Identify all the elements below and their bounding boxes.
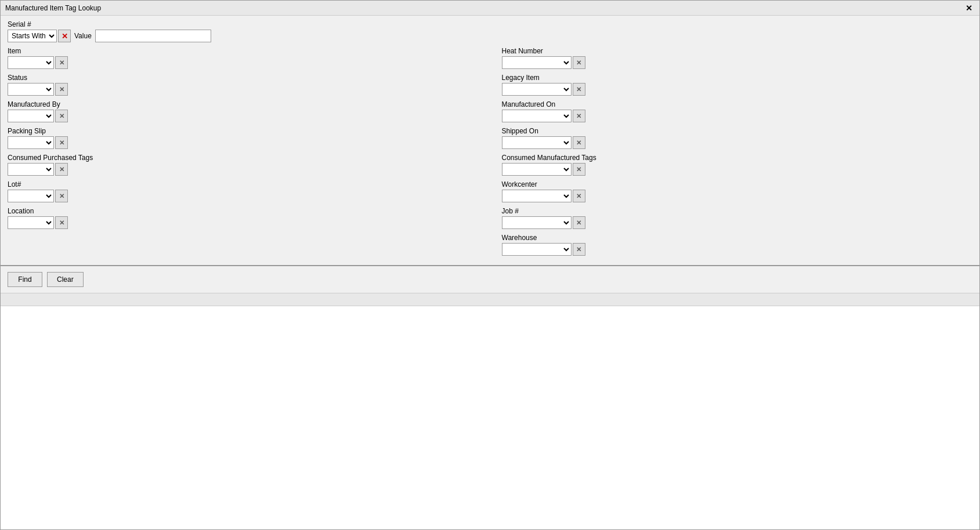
job-label: Job # bbox=[502, 207, 973, 215]
consumed-purchased-tags-clear-button[interactable]: ✕ bbox=[55, 163, 68, 176]
close-button[interactable]: ✕ bbox=[963, 3, 975, 13]
legacy-item-field: Legacy Item ✕ bbox=[502, 74, 973, 96]
legacy-item-row: ✕ bbox=[502, 83, 973, 96]
location-label: Location bbox=[8, 207, 479, 215]
results-header bbox=[1, 293, 979, 306]
workcenter-row: ✕ bbox=[502, 190, 973, 202]
filter-grid: Item ✕ Status ✕ Manufactured By bbox=[8, 47, 972, 260]
window-title: Manufactured Item Tag Lookup bbox=[5, 4, 101, 12]
workcenter-field: Workcenter ✕ bbox=[502, 180, 973, 202]
right-column: Heat Number ✕ Legacy Item ✕ Manu bbox=[502, 47, 973, 260]
manufactured-on-clear-button[interactable]: ✕ bbox=[573, 110, 585, 122]
shipped-on-row: ✕ bbox=[502, 136, 973, 149]
shipped-on-dropdown[interactable] bbox=[502, 136, 572, 149]
main-window: Manufactured Item Tag Lookup ✕ Serial # … bbox=[0, 0, 980, 530]
serial-field: Serial # Starts With ✕ Value bbox=[8, 20, 972, 42]
packing-slip-dropdown[interactable] bbox=[8, 136, 54, 149]
workcenter-label: Workcenter bbox=[502, 180, 973, 188]
item-label: Item bbox=[8, 47, 479, 55]
item-dropdown[interactable] bbox=[8, 56, 54, 69]
location-dropdown[interactable] bbox=[8, 216, 54, 229]
manufactured-by-dropdown[interactable] bbox=[8, 110, 54, 122]
consumed-purchased-tags-field: Consumed Purchased Tags ✕ bbox=[8, 154, 479, 176]
item-clear-button[interactable]: ✕ bbox=[55, 56, 68, 69]
location-field: Location ✕ bbox=[8, 207, 479, 229]
legacy-item-dropdown[interactable] bbox=[502, 83, 572, 96]
warehouse-label: Warehouse bbox=[502, 234, 973, 242]
lot-field: Lot# ✕ bbox=[8, 180, 479, 202]
manufactured-by-label: Manufactured By bbox=[8, 100, 479, 108]
manufactured-on-field: Manufactured On ✕ bbox=[502, 100, 973, 122]
manufactured-on-dropdown[interactable] bbox=[502, 110, 572, 122]
status-clear-button[interactable]: ✕ bbox=[55, 83, 68, 96]
value-label: Value bbox=[74, 32, 92, 40]
shipped-on-label: Shipped On bbox=[502, 127, 973, 135]
consumed-manufactured-tags-label: Consumed Manufactured Tags bbox=[502, 154, 973, 162]
job-dropdown[interactable] bbox=[502, 216, 572, 229]
warehouse-clear-button[interactable]: ✕ bbox=[573, 243, 585, 256]
workcenter-clear-button[interactable]: ✕ bbox=[573, 190, 585, 202]
item-field: Item ✕ bbox=[8, 47, 479, 69]
shipped-on-clear-button[interactable]: ✕ bbox=[573, 136, 585, 149]
packing-slip-clear-button[interactable]: ✕ bbox=[55, 136, 68, 149]
title-bar: Manufactured Item Tag Lookup ✕ bbox=[1, 1, 979, 16]
heat-number-label: Heat Number bbox=[502, 47, 973, 55]
manufactured-by-field: Manufactured By ✕ bbox=[8, 100, 479, 122]
clear-button[interactable]: Clear bbox=[47, 272, 84, 287]
consumed-manufactured-tags-row: ✕ bbox=[502, 163, 973, 176]
consumed-purchased-tags-dropdown[interactable] bbox=[8, 163, 54, 176]
manufactured-on-label: Manufactured On bbox=[502, 100, 973, 108]
consumed-purchased-tags-row: ✕ bbox=[8, 163, 479, 176]
serial-label: Serial # bbox=[8, 20, 972, 28]
status-field: Status ✕ bbox=[8, 74, 479, 96]
lot-row: ✕ bbox=[8, 190, 479, 202]
status-row: ✕ bbox=[8, 83, 479, 96]
heat-number-field: Heat Number ✕ bbox=[502, 47, 973, 69]
heat-number-dropdown[interactable] bbox=[502, 56, 572, 69]
manufactured-by-clear-button[interactable]: ✕ bbox=[55, 110, 68, 122]
warehouse-field: Warehouse ✕ bbox=[502, 234, 973, 256]
consumed-manufactured-tags-field: Consumed Manufactured Tags ✕ bbox=[502, 154, 973, 176]
workcenter-dropdown[interactable] bbox=[502, 190, 572, 202]
status-dropdown[interactable] bbox=[8, 83, 54, 96]
lot-dropdown[interactable] bbox=[8, 190, 54, 202]
job-field: Job # ✕ bbox=[502, 207, 973, 229]
shipped-on-field: Shipped On ✕ bbox=[502, 127, 973, 149]
legacy-item-clear-button[interactable]: ✕ bbox=[573, 83, 585, 96]
packing-slip-field: Packing Slip ✕ bbox=[8, 127, 479, 149]
left-column: Item ✕ Status ✕ Manufactured By bbox=[8, 47, 479, 260]
heat-number-row: ✕ bbox=[502, 56, 973, 69]
job-clear-button[interactable]: ✕ bbox=[573, 216, 585, 229]
manufactured-on-row: ✕ bbox=[502, 110, 973, 122]
consumed-manufactured-tags-dropdown[interactable] bbox=[502, 163, 572, 176]
job-row: ✕ bbox=[502, 216, 973, 229]
serial-value-input[interactable] bbox=[95, 30, 211, 42]
serial-row: Starts With ✕ Value bbox=[8, 30, 972, 42]
packing-slip-row: ✕ bbox=[8, 136, 479, 149]
manufactured-by-row: ✕ bbox=[8, 110, 479, 122]
action-bar: Find Clear bbox=[1, 266, 979, 293]
packing-slip-label: Packing Slip bbox=[8, 127, 479, 135]
warehouse-dropdown[interactable] bbox=[502, 243, 572, 256]
results-area[interactable] bbox=[1, 306, 979, 529]
location-clear-button[interactable]: ✕ bbox=[55, 216, 68, 229]
lot-clear-button[interactable]: ✕ bbox=[55, 190, 68, 202]
filter-panel: Serial # Starts With ✕ Value Item ✕ bbox=[1, 16, 979, 266]
serial-clear-button[interactable]: ✕ bbox=[58, 30, 71, 42]
item-row: ✕ bbox=[8, 56, 479, 69]
serial-dropdown[interactable]: Starts With bbox=[8, 30, 57, 42]
location-row: ✕ bbox=[8, 216, 479, 229]
lot-label: Lot# bbox=[8, 180, 479, 188]
warehouse-row: ✕ bbox=[502, 243, 973, 256]
consumed-purchased-tags-label: Consumed Purchased Tags bbox=[8, 154, 479, 162]
legacy-item-label: Legacy Item bbox=[502, 74, 973, 82]
heat-number-clear-button[interactable]: ✕ bbox=[573, 56, 585, 69]
find-button[interactable]: Find bbox=[8, 272, 42, 287]
status-label: Status bbox=[8, 74, 479, 82]
consumed-manufactured-tags-clear-button[interactable]: ✕ bbox=[573, 163, 585, 176]
